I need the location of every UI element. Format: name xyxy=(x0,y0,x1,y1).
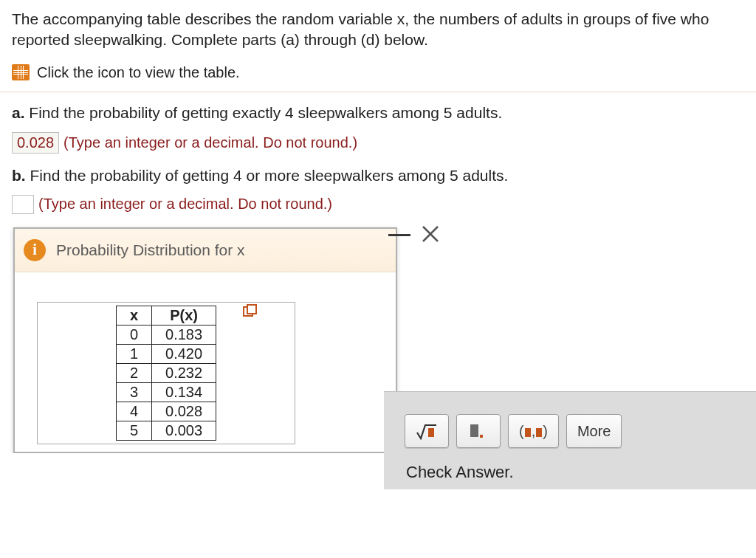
divider xyxy=(0,92,756,92)
distribution-table: x P(x) 00.183 10.420 20.232 30.134 40.02… xyxy=(116,306,216,441)
table-row: 10.420 xyxy=(116,344,216,363)
part-a: a. Find the probability of getting exact… xyxy=(12,104,744,122)
more-button[interactable]: More xyxy=(566,414,622,448)
part-b-hint: (Type an integer or a decimal. Do not ro… xyxy=(38,196,332,213)
part-a-answer-line: 0.028 (Type an integer or a decimal. Do … xyxy=(12,132,744,154)
popup-title: Probability Distribution for x xyxy=(56,241,245,259)
part-b-answer-input[interactable] xyxy=(12,195,34,214)
part-a-answer[interactable]: 0.028 xyxy=(12,132,59,154)
more-label: More xyxy=(577,423,611,440)
math-toolbar: (,) More Check Answer. xyxy=(384,391,756,453)
svg-rect-3 xyxy=(247,305,256,314)
copy-icon[interactable] xyxy=(243,304,259,317)
distribution-table-wrap: x P(x) 00.183 10.420 20.232 30.134 40.02… xyxy=(37,302,295,444)
table-row: 00.183 xyxy=(116,325,216,344)
info-icon: i xyxy=(24,239,46,261)
svg-rect-4 xyxy=(428,428,434,437)
part-a-hint: (Type an integer or a decimal. Do not ro… xyxy=(63,134,357,151)
mixed-number-icon xyxy=(470,423,487,439)
sqrt-icon xyxy=(416,422,438,440)
table-row: 20.232 xyxy=(116,363,216,382)
part-b-answer-line: (Type an integer or a decimal. Do not ro… xyxy=(12,195,744,214)
part-b-text: Find the probability of getting 4 or mor… xyxy=(30,167,509,184)
table-row: 30.134 xyxy=(116,382,216,402)
mixed-number-button[interactable] xyxy=(456,414,501,448)
distribution-popup: — i Probability Distribution for x xyxy=(13,227,397,453)
tool-row: (,) More xyxy=(405,414,749,448)
table-row: 40.028 xyxy=(116,402,216,421)
minimize-icon[interactable]: — xyxy=(388,230,410,238)
part-a-label: a. xyxy=(12,104,25,121)
table-icon[interactable] xyxy=(12,64,30,80)
problem-intro: The accompanying table describes the ran… xyxy=(12,9,744,51)
col-x: x xyxy=(116,306,151,325)
table-row: 50.003 xyxy=(116,421,216,440)
sqrt-button[interactable] xyxy=(405,414,449,448)
part-b: b. Find the probability of getting 4 or … xyxy=(12,167,744,185)
popup-header[interactable]: i Probability Distribution for x xyxy=(15,229,396,272)
view-table-label: Click the icon to view the table. xyxy=(37,64,240,81)
close-icon[interactable] xyxy=(421,224,440,244)
question-container: The accompanying table describes the ran… xyxy=(0,0,756,453)
table-header-row: x P(x) xyxy=(116,306,216,325)
col-px: P(x) xyxy=(152,306,216,325)
ordered-pair-button[interactable]: (,) xyxy=(508,414,559,448)
view-table-row[interactable]: Click the icon to view the table. xyxy=(12,64,744,81)
part-b-label: b. xyxy=(12,167,26,184)
popup-body: x P(x) 00.183 10.420 20.232 30.134 40.02… xyxy=(15,272,396,452)
part-a-text: Find the probability of getting exactly … xyxy=(29,104,502,121)
ordered-pair-icon: (,) xyxy=(519,423,548,440)
